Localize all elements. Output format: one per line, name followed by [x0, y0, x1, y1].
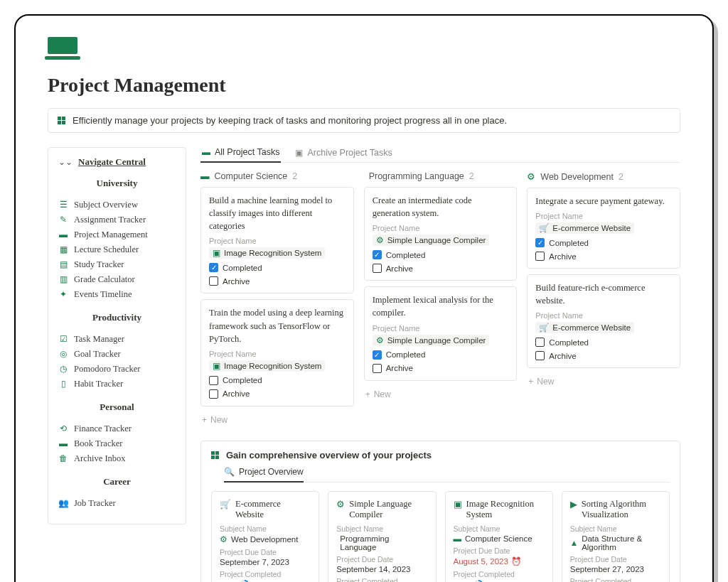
project-tag[interactable]: ▣Image Recognition System — [209, 360, 325, 372]
completed-checkbox[interactable]: ✓ — [535, 238, 545, 247]
task-card[interactable]: Implement lexical analysis for the compi… — [364, 286, 518, 380]
completed-label: Completed — [549, 239, 589, 247]
globe-icon: ⚙ — [220, 534, 228, 544]
overview-heading: Gain comprehensive overview of your proj… — [226, 450, 432, 460]
archive-checkbox[interactable] — [535, 252, 545, 261]
completed-checkbox[interactable] — [535, 338, 545, 347]
pencil-icon: ✎ — [58, 215, 68, 225]
group-count: 2 — [469, 171, 474, 181]
sidebar-item-lecture-scheduler[interactable]: ▦Lecture Scheduler — [58, 242, 176, 257]
overview-card[interactable]: 🛒E-commerce WebsiteSubject Name⚙Web Deve… — [211, 491, 319, 582]
nav-label: Grade Calculator — [74, 274, 135, 285]
completed-label: Completed — [223, 376, 262, 384]
sidebar-item-grade-calculator[interactable]: ▥Grade Calculator — [58, 272, 176, 287]
project-tag[interactable]: ▣Image Recognition System — [209, 247, 325, 259]
task-title: Train the model using a deep learning fr… — [209, 306, 346, 345]
sidebar-item-events-timeline[interactable]: ✦Events Timeline — [58, 287, 176, 302]
globe-icon: ⚙ — [527, 171, 535, 182]
task-card[interactable]: Build feature-rich e-commerce website.Pr… — [527, 274, 680, 368]
page-title: Project Management — [48, 74, 680, 97]
task-card[interactable]: Train the model using a deep learning fr… — [200, 299, 354, 406]
main-content: ▬ All Project Tasks ▣ Archive Project Ta… — [200, 147, 680, 582]
tab-archive-tasks[interactable]: ▣ Archive Project Tasks — [294, 147, 393, 162]
project-tag[interactable]: 🛒E-commerce Website — [535, 222, 634, 234]
archive-icon: 🗑 — [58, 453, 68, 464]
project-title: E-commerce Website — [235, 499, 311, 520]
archive-icon: ▣ — [295, 148, 303, 158]
new-task-button[interactable]: +New — [527, 374, 680, 389]
group-name: Programming Language — [369, 171, 464, 181]
task-card[interactable]: Create an intermediate code generation s… — [364, 187, 518, 281]
nav-label: Job Tracker — [74, 498, 116, 509]
project-tag[interactable]: ⚙Simple Language Compiler — [373, 235, 490, 246]
project-name: Simple Language Compiler — [387, 236, 486, 244]
sidebar-item-archive-inbox[interactable]: 🗑Archive Inbox — [58, 451, 176, 466]
cart-icon: 🛒 — [539, 223, 549, 233]
group-header[interactable]: ⚙Web Development2 — [527, 171, 680, 182]
nav-label: Finance Tracker — [74, 424, 132, 434]
collapse-icon[interactable]: ⌄⌄ — [58, 157, 73, 167]
group-header[interactable]: ▬Computer Science2 — [200, 171, 354, 181]
overview-card[interactable]: ▶Sorting Algorithm VisualizationSubject … — [562, 491, 670, 582]
laptop-icon: ▬ — [58, 230, 68, 240]
sidebar-item-finance-tracker[interactable]: ⟲Finance Tracker — [58, 421, 176, 436]
archive-checkbox[interactable] — [373, 364, 382, 373]
completed-label: Completed — [549, 338, 589, 347]
clock-icon: ◷ — [58, 364, 68, 374]
sidebar-item-job-tracker[interactable]: 👥Job Tracker — [58, 496, 176, 511]
project-name: Simple Language Compiler — [387, 336, 486, 345]
plus-icon: + — [528, 377, 533, 387]
completed-checkbox[interactable]: ✓ — [373, 350, 382, 360]
group-count: 2 — [292, 171, 297, 181]
archive-checkbox[interactable] — [535, 351, 545, 360]
sidebar-item-goal-tracker[interactable]: ◎Goal Tracker — [58, 347, 176, 362]
sidebar-item-assignment-tracker[interactable]: ✎Assignment Tracker — [58, 212, 176, 227]
new-task-button[interactable]: +New — [200, 412, 354, 428]
nav-label: Pomodoro Tracker — [74, 364, 140, 374]
field-label: Project Name — [209, 350, 346, 358]
group-web-development: ⚙Web Development2Integrate a secure paym… — [527, 171, 680, 428]
archive-checkbox[interactable] — [209, 276, 218, 286]
sidebar-item-project-management[interactable]: ▬Project Management — [58, 227, 176, 242]
compiler-icon: ⚙ — [376, 335, 384, 345]
sidebar-item-book-tracker[interactable]: ▬Book Tracker — [58, 436, 176, 451]
task-card[interactable]: Integrate a secure payment gateway.Proje… — [527, 188, 680, 269]
project-tag[interactable]: 🛒E-commerce Website — [535, 322, 634, 333]
field-label: Project Completed — [336, 577, 427, 582]
tab-project-overview[interactable]: 🔍 Project Overview — [224, 467, 304, 483]
tab-all-tasks[interactable]: ▬ All Project Tasks — [200, 147, 281, 163]
task-title: Create an intermediate code generation s… — [373, 194, 509, 220]
project-title: Image Recognition System — [466, 499, 545, 520]
new-task-button[interactable]: +New — [364, 387, 518, 402]
nav-label: Task Manager — [74, 334, 124, 345]
sidebar-item-pomodoro-tracker[interactable]: ◷Pomodoro Tracker — [58, 362, 176, 377]
project-tag[interactable]: ⚙Simple Language Compiler — [373, 335, 490, 346]
nav-title[interactable]: Navigate Central — [78, 156, 146, 168]
sparkle-icon: ✦ — [58, 289, 68, 300]
completed-checkbox[interactable]: ✓ — [373, 250, 382, 259]
group-header[interactable]: Programming Language2 — [364, 171, 518, 181]
completed-label: Completed — [386, 251, 426, 259]
overview-card[interactable]: ▣Image Recognition SystemSubject Name▬Co… — [445, 491, 553, 582]
sidebar-item-task-manager[interactable]: ☑Task Manager — [58, 332, 176, 347]
completed-checkbox[interactable]: ✓ — [209, 263, 218, 272]
archive-checkbox[interactable] — [209, 389, 218, 399]
sidebar-item-subject-overview[interactable]: ☰Subject Overview — [58, 198, 176, 212]
overview-card[interactable]: ⚙Simple Language CompilerSubject NamePro… — [328, 491, 436, 582]
archive-label: Archive — [549, 252, 576, 261]
archive-checkbox[interactable] — [373, 264, 382, 273]
field-label: Subject Name — [220, 524, 311, 533]
app-logo — [48, 37, 680, 60]
group-computer-science: ▬Computer Science2Build a machine learni… — [200, 171, 354, 428]
progress-ring — [471, 578, 486, 582]
sidebar-item-habit-tracker[interactable]: ▯Habit Tracker — [58, 377, 176, 392]
section-heading: University — [58, 178, 176, 189]
clock-icon: ⏰ — [511, 556, 521, 566]
field-label: Project Due Date — [336, 555, 427, 564]
field-label: Project Due Date — [570, 555, 661, 564]
completed-checkbox[interactable] — [209, 376, 218, 385]
field-label: Project Completed — [220, 570, 311, 578]
sidebar-item-study-tracker[interactable]: ▤Study Tracker — [58, 257, 176, 272]
task-card[interactable]: Build a machine learning model to classi… — [200, 187, 354, 293]
grid-icon — [211, 451, 219, 459]
